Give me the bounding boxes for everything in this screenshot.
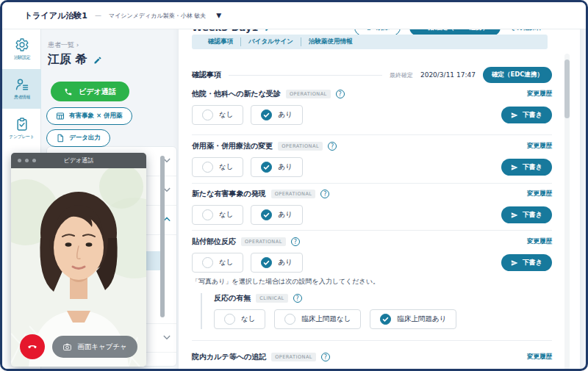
video-call-button[interactable]: ビデオ通話: [51, 82, 129, 101]
phone-icon: [64, 87, 73, 96]
radio-checked-icon: [261, 109, 272, 120]
row-divider: [192, 134, 552, 135]
patient-icon: [15, 77, 29, 92]
option-no[interactable]: なし: [192, 253, 243, 273]
app-window: トライアル治験1 — マイシンメディカル製薬・小林 敏夫 ▼ 治験設定 患者情報…: [0, 0, 588, 371]
main-scrollbar-thumb[interactable]: [564, 60, 570, 118]
help-icon[interactable]: ?: [328, 142, 337, 151]
video-call-window: ビデオ通話 画面キャプチャ: [11, 153, 146, 367]
sidebar-item-trial-settings[interactable]: 治験設定: [2, 29, 41, 69]
visit-list-scrollbar[interactable]: [160, 156, 165, 317]
hangup-phone-icon: [26, 341, 38, 353]
trial-title: トライアル治験1: [24, 10, 87, 21]
help-icon[interactable]: ?: [320, 190, 329, 198]
question-label: 貼付部位反応: [192, 237, 236, 247]
section-header: 確認事項 最終確定 2020/3/11 17:47 確定（EDC連携）: [192, 67, 552, 83]
clipboard-icon: [15, 117, 29, 132]
hang-up-button[interactable]: [20, 334, 45, 359]
screen-capture-button[interactable]: 画面キャプチャ: [52, 336, 137, 358]
radio-icon: [284, 314, 295, 325]
help-icon[interactable]: ?: [336, 90, 345, 98]
option-no[interactable]: なし: [192, 205, 243, 225]
radio-icon: [224, 314, 235, 325]
sidebar-item-template[interactable]: テンプレート: [2, 109, 41, 148]
adverse-events-button[interactable]: 有害事象 × 併用薬: [46, 107, 132, 125]
title-dash: —: [95, 12, 101, 19]
org-user-label: マイシンメディカル製薬・小林 敏夫: [109, 12, 206, 20]
option-yes-selected[interactable]: あり: [251, 157, 302, 177]
clinical-badge: CLINICAL: [256, 294, 287, 303]
detail-tabbar: 確認事項 バイタルサイン 治験薬使用情報: [192, 35, 548, 49]
section-divider: [229, 75, 382, 76]
operational-badge: OPERATIONAL: [286, 90, 331, 98]
operational-badge: OPERATIONAL: [241, 237, 286, 246]
last-confirmed-label: 最終確定: [390, 71, 413, 79]
tab-vital-signs[interactable]: バイタルサイン: [240, 37, 301, 46]
option-no-clinical-problem[interactable]: 臨床上問題なし: [274, 309, 361, 329]
question-new-visits: 他院・他科への新たな受診 OPERATIONAL ? 変更履歴 なし あり: [192, 89, 552, 125]
option-yes-selected[interactable]: あり: [251, 105, 302, 125]
help-icon[interactable]: ?: [291, 237, 300, 246]
top-bar: トライアル治験1 — マイシンメディカル製薬・小林 敏夫 ▼: [2, 2, 586, 29]
draft-button[interactable]: 下書き: [501, 107, 552, 123]
sidebar-label: テンプレート: [10, 134, 35, 140]
send-icon: [511, 212, 518, 219]
adverse-events-label: 有害事象 × 併用薬: [69, 112, 123, 120]
change-history-link[interactable]: 変更履歴: [527, 190, 552, 198]
question-label: 併用薬・併用療法の変更: [192, 141, 273, 151]
edit-name-icon[interactable]: [93, 56, 102, 65]
draft-button[interactable]: 下書き: [501, 206, 552, 223]
tab-drug-usage[interactable]: 治験薬使用情報: [301, 37, 360, 46]
question-concomitant-drugs: 併用薬・併用療法の変更 OPERATIONAL ? 変更履歴 なし あり: [192, 141, 552, 177]
photo-note: 「写真あり」を選択した場合は次の設問を入力してください。: [192, 277, 379, 287]
operational-badge: OPERATIONAL: [271, 190, 316, 198]
radio-checked-icon: [261, 209, 272, 220]
tab-confirmation-items[interactable]: 確認事項: [201, 37, 240, 46]
question-label: 院内カルテ等への追記: [192, 352, 266, 362]
question-label: 他院・他科への新たな受診: [192, 89, 281, 99]
patient-name: 江原 希: [48, 52, 87, 68]
option-yes-selected[interactable]: あり: [251, 253, 302, 273]
question-application-site-reaction: 貼付部位反応 OPERATIONAL ? 変更履歴 なし あり: [192, 237, 552, 273]
question-adverse-events: 新たな有害事象の発現 OPERATIONAL ? 変更履歴 なし あり: [192, 189, 552, 225]
radio-icon: [202, 162, 213, 173]
help-icon[interactable]: ?: [321, 353, 330, 361]
option-clinical-problem-selected[interactable]: 臨床上問題あり: [370, 309, 456, 329]
option-none[interactable]: なし: [214, 309, 265, 329]
send-icon: [511, 164, 518, 171]
operational-badge: OPERATIONAL: [271, 353, 316, 361]
option-yes-selected[interactable]: あり: [251, 205, 302, 225]
radio-icon: [202, 209, 213, 220]
draft-button[interactable]: 下書き: [501, 159, 552, 176]
change-history-link[interactable]: 変更履歴: [527, 90, 552, 98]
video-window-titlebar[interactable]: ビデオ通話: [11, 153, 146, 168]
patient-name-row: 江原 希: [48, 52, 102, 68]
help-icon[interactable]: ?: [293, 294, 302, 303]
screen-capture-label: 画面キャプチャ: [77, 342, 127, 352]
account-caret-icon[interactable]: ▼: [216, 12, 221, 19]
video-window-title: ビデオ通話: [64, 156, 94, 165]
chevron-down-icon[interactable]: [163, 335, 171, 342]
option-no[interactable]: なし: [192, 157, 243, 177]
row-divider: [192, 183, 552, 184]
draft-button[interactable]: 下書き: [501, 254, 552, 271]
sidebar-item-patient-info[interactable]: 患者情報: [2, 69, 41, 109]
change-history-link[interactable]: 変更履歴: [527, 353, 552, 361]
radio-checked-icon: [261, 257, 272, 268]
window-control-dots[interactable]: [18, 159, 36, 162]
video-call-label: ビデオ通話: [79, 87, 116, 97]
gear-icon: [15, 37, 29, 52]
radio-icon: [202, 109, 213, 120]
change-history-link[interactable]: 変更履歴: [527, 142, 552, 151]
sidebar-label: 患者情報: [13, 94, 29, 100]
row-divider: [192, 230, 552, 231]
data-export-button[interactable]: データ出力: [46, 129, 110, 147]
confirm-edc-button[interactable]: 確定（EDC連携）: [483, 67, 552, 83]
data-export-label: データ出力: [69, 134, 101, 143]
section-title: 確認事項: [192, 70, 221, 80]
change-history-link[interactable]: 変更履歴: [527, 237, 552, 246]
last-confirmed-timestamp: 2020/3/11 17:47: [420, 71, 476, 79]
send-icon: [511, 112, 518, 119]
breadcrumb[interactable]: 患者一覧 ›: [48, 40, 79, 50]
option-no[interactable]: なし: [192, 105, 243, 125]
